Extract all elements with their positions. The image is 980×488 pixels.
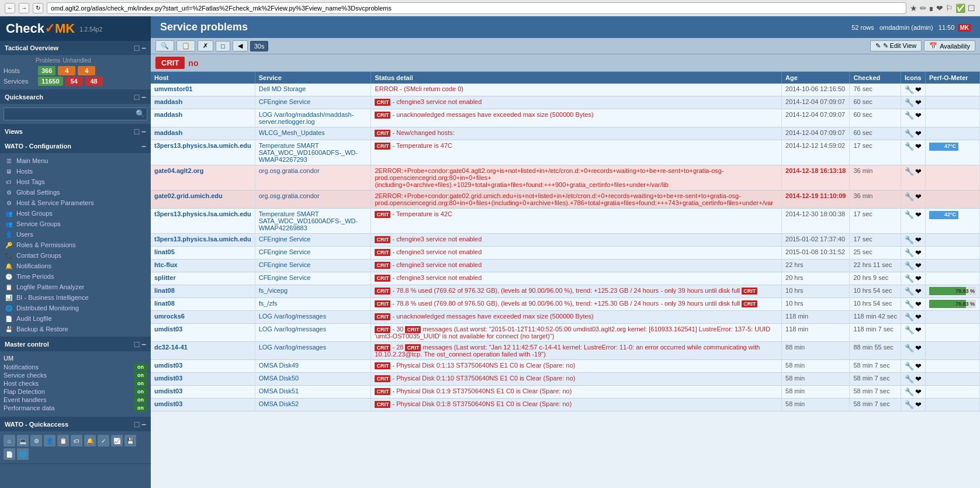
master-control-toggle[interactable]: □ – xyxy=(134,340,146,349)
wato-item-hosts[interactable]: 🖥Hosts xyxy=(0,166,151,176)
cell-host[interactable]: umdist03 xyxy=(154,387,182,394)
cell-service[interactable]: OMSA Disk51 xyxy=(259,387,299,394)
cell-service[interactable]: LOG /var/log/maddash/maddash-server.netl… xyxy=(259,111,354,125)
cell-host[interactable]: t3pers13.physics.lsa.umich.edu xyxy=(154,142,251,149)
wato-item-users[interactable]: 👤Users xyxy=(0,229,151,240)
cell-host[interactable]: umvmstor01 xyxy=(154,85,192,92)
filter-remove[interactable]: no xyxy=(188,58,198,68)
action-icon[interactable]: 🔧 xyxy=(905,313,914,321)
cell-service[interactable]: org.osg.gratia.condor xyxy=(259,192,320,199)
qa-icon-rules[interactable]: 📋 xyxy=(57,435,69,447)
wato-item-audit-logfile[interactable]: 📄Audit Logfile xyxy=(0,313,151,324)
cell-host[interactable]: gate02.grid.umich.edu xyxy=(154,192,223,199)
crit-badge[interactable]: CRIT xyxy=(155,57,185,69)
status-icon[interactable]: ❤ xyxy=(915,287,922,296)
action-icon[interactable]: 🔧 xyxy=(905,129,914,138)
cell-host[interactable]: linat05 xyxy=(154,248,175,255)
cell-service[interactable]: LOG /var/log/messages xyxy=(259,313,327,320)
status-icon[interactable]: ❤ xyxy=(915,85,922,94)
status-icon[interactable]: ❤ xyxy=(915,375,922,383)
cell-host[interactable]: t3pers13.physics.lsa.umich.edu xyxy=(154,236,251,243)
col-icons[interactable]: Icons xyxy=(901,72,925,84)
quickaccess-header[interactable]: WATO - Quickaccess □ – xyxy=(0,417,151,431)
views-toggle[interactable]: □ – xyxy=(134,127,146,136)
status-icon[interactable]: ❤ xyxy=(915,248,922,257)
cell-service[interactable]: OMSA Disk50 xyxy=(259,375,299,382)
status-icon[interactable]: ❤ xyxy=(915,326,922,334)
mc-toggle-notifications[interactable]: on xyxy=(134,364,147,371)
mc-toggle-service-checks[interactable]: on xyxy=(134,372,147,379)
action-icon[interactable]: 🔧 xyxy=(905,142,914,151)
tac-services-problems[interactable]: 54 xyxy=(65,77,83,86)
toolbar-back-button[interactable]: ◀ xyxy=(233,40,248,51)
qa-icon-graph[interactable]: 📈 xyxy=(111,435,123,447)
wato-header[interactable]: WATO - Configuration – xyxy=(0,139,151,153)
toolbar-copy-button[interactable]: 📋 xyxy=(176,40,195,51)
wato-item-global-settings[interactable]: ⚙Global Settings xyxy=(0,187,151,198)
cell-service[interactable]: fs_/zfs xyxy=(259,300,278,307)
tac-services-unhandled[interactable]: 48 xyxy=(85,77,103,86)
tactical-overview-header[interactable]: Tactical Overview □ – xyxy=(0,41,151,55)
cell-service[interactable]: OMSA Disk52 xyxy=(259,400,299,407)
wato-item-host-service-params[interactable]: ⚙Host & Service Parameters xyxy=(0,198,151,208)
cell-service[interactable]: CFEngine Service xyxy=(259,274,311,281)
action-icon[interactable]: 🔧 xyxy=(905,326,914,334)
cell-host[interactable]: maddash xyxy=(154,129,182,136)
availability-button[interactable]: 📅 Availability xyxy=(924,40,975,51)
cell-service[interactable]: CFEngine Service xyxy=(259,248,311,255)
action-icon[interactable]: 🔧 xyxy=(905,210,914,219)
col-host[interactable]: Host xyxy=(151,72,255,84)
cell-service[interactable]: org.osg.gratia.condor xyxy=(259,167,320,174)
status-icon[interactable]: ❤ xyxy=(915,261,922,270)
cell-host[interactable]: maddash xyxy=(154,111,182,118)
wato-item-contact-groups[interactable]: 📞Contact Groups xyxy=(0,250,151,261)
qa-icon-users[interactable]: 👤 xyxy=(44,435,56,447)
cell-host[interactable]: umdist03 xyxy=(154,326,182,333)
cell-host[interactable]: linat08 xyxy=(154,300,175,307)
status-icon[interactable]: ❤ xyxy=(915,274,922,283)
wato-item-main-menu[interactable]: ☰Main Menu xyxy=(0,155,151,166)
cell-service[interactable]: OMSA Disk49 xyxy=(259,362,299,369)
mc-toggle-flap-detection[interactable]: on xyxy=(134,388,147,395)
status-icon[interactable]: ❤ xyxy=(915,142,922,151)
tac-hosts-total[interactable]: 366 xyxy=(38,66,56,75)
master-control-header[interactable]: Master control □ – xyxy=(0,337,151,351)
toolbar-zoom-button[interactable]: 🔍 xyxy=(155,40,174,51)
status-icon[interactable]: ❤ xyxy=(915,167,922,176)
quicksearch-toggle[interactable]: □ – xyxy=(134,92,146,102)
qa-icon-check[interactable]: ✓ xyxy=(98,435,109,447)
mc-toggle-host-checks[interactable]: on xyxy=(134,380,147,387)
wato-item-host-groups[interactable]: 👥Host Groups xyxy=(0,208,151,219)
cell-host[interactable]: umdist03 xyxy=(154,375,182,382)
action-icon[interactable]: 🔧 xyxy=(905,300,914,309)
action-icon[interactable]: 🔧 xyxy=(905,85,914,94)
cell-service[interactable]: CFEngine Service xyxy=(259,261,311,268)
quickaccess-toggle[interactable]: □ – xyxy=(134,420,146,429)
wato-item-notifications[interactable]: 🔔Notifications xyxy=(0,261,151,271)
qa-icon-services[interactable]: ⚙ xyxy=(30,435,42,447)
wato-item-service-groups[interactable]: 👥Service Groups xyxy=(0,219,151,229)
wato-item-bi-intelligence[interactable]: 📊BI - Business Intelligence xyxy=(0,292,151,303)
cell-host[interactable]: htc-flux xyxy=(154,261,178,268)
action-icon[interactable]: 🔧 xyxy=(905,387,914,396)
action-icon[interactable]: 🔧 xyxy=(905,287,914,296)
cell-host[interactable]: linat08 xyxy=(154,287,175,294)
cell-host[interactable]: dc32-14-41 xyxy=(154,344,188,351)
cell-service[interactable]: WLCG_Mesh_Updates xyxy=(259,129,325,136)
back-button[interactable]: ← xyxy=(5,3,15,13)
wato-item-host-tags[interactable]: 🏷Host Tags xyxy=(0,176,151,187)
cell-host[interactable]: t3pers13.physics.lsa.umich.edu xyxy=(154,210,251,217)
cell-host[interactable]: gate04.aglt2.org xyxy=(154,167,203,174)
forward-button[interactable]: → xyxy=(19,3,29,13)
col-service[interactable]: Service xyxy=(255,72,371,84)
cell-service[interactable]: LOG /var/log/messages xyxy=(259,344,327,351)
action-icon[interactable]: 🔧 xyxy=(905,400,914,409)
action-icon[interactable]: 🔧 xyxy=(905,362,914,371)
cell-host[interactable]: umdist03 xyxy=(154,400,182,407)
status-icon[interactable]: ❤ xyxy=(915,236,922,244)
qa-icon-globe[interactable]: 🌐 xyxy=(17,448,29,460)
qa-icon-backup[interactable]: 💾 xyxy=(124,435,136,447)
action-icon[interactable]: 🔧 xyxy=(905,375,914,383)
action-icon[interactable]: 🔧 xyxy=(905,167,914,176)
col-checked[interactable]: Checked xyxy=(850,72,901,84)
